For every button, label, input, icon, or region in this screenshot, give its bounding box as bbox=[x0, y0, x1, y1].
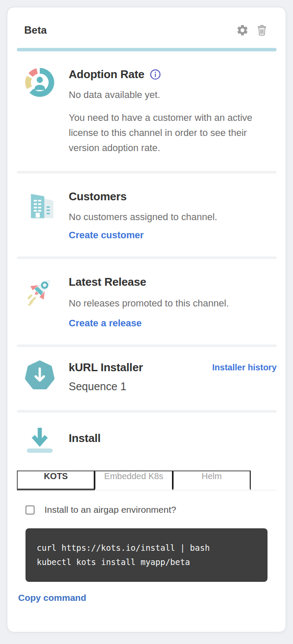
info-icon[interactable] bbox=[150, 69, 161, 80]
copy-command-link[interactable]: Copy command bbox=[18, 593, 86, 603]
section-kurl-installer: kURL Installer Sequence 1 Installer hist… bbox=[17, 347, 277, 410]
code-line: curl https://kots.io/install | bash bbox=[37, 541, 259, 555]
airgap-option-row: Install to an airgap environment? bbox=[17, 505, 277, 515]
customers-title: Customers bbox=[69, 190, 277, 203]
tab-embedded-k8s[interactable]: Embedded K8s bbox=[95, 470, 172, 490]
channel-settings-button[interactable] bbox=[236, 24, 249, 37]
kurl-installer-title: kURL Installer bbox=[69, 361, 212, 374]
gear-icon bbox=[236, 24, 249, 37]
section-install: Install bbox=[17, 413, 277, 458]
tab-kots[interactable]: KOTS bbox=[17, 470, 95, 490]
latest-release-title: Latest Release bbox=[69, 275, 277, 289]
airgap-checkbox[interactable] bbox=[25, 505, 35, 515]
customers-status-text: No customers assigned to channel. bbox=[69, 209, 277, 224]
buildings-icon bbox=[24, 189, 55, 220]
airgap-checkbox-label: Install to an airgap environment? bbox=[45, 505, 176, 515]
adoption-donut-user-icon bbox=[24, 67, 55, 98]
heptagon-download-icon bbox=[24, 360, 55, 391]
release-status-text: No releases promoted to this channel. bbox=[69, 296, 277, 311]
adoption-rate-title: Adoption Rate bbox=[69, 68, 144, 81]
header-actions bbox=[236, 24, 268, 37]
installer-sequence-text: Sequence 1 bbox=[69, 380, 212, 393]
create-release-link[interactable]: Create a release bbox=[69, 318, 142, 329]
channel-card-header: Beta bbox=[17, 23, 277, 37]
channel-card: Beta bbox=[7, 7, 286, 632]
adoption-description-text: You need to have a customer with an acti… bbox=[69, 110, 264, 155]
section-customers: Customers No customers assigned to chann… bbox=[17, 174, 277, 256]
adoption-status-text: No data available yet. bbox=[69, 87, 277, 102]
channel-title: Beta bbox=[24, 24, 47, 36]
section-latest-release: Latest Release No releases promoted to t… bbox=[17, 259, 277, 344]
create-customer-link[interactable]: Create customer bbox=[69, 230, 144, 241]
trash-icon bbox=[256, 24, 268, 37]
channel-delete-button[interactable] bbox=[256, 24, 268, 37]
channel-accent-rule bbox=[17, 48, 277, 51]
code-line: kubectl kots install myapp/beta bbox=[37, 555, 259, 569]
section-adoption-rate: Adoption Rate No data available yet. You… bbox=[17, 51, 277, 171]
tab-helm[interactable]: Helm bbox=[173, 470, 251, 490]
install-method-tabs: KOTS Embedded K8s Helm bbox=[17, 470, 277, 490]
installer-history-link[interactable]: Installer history bbox=[212, 363, 277, 373]
download-arrow-icon bbox=[24, 425, 55, 456]
rocket-icon bbox=[24, 275, 55, 306]
install-title: Install bbox=[69, 432, 277, 445]
install-command-code-block: curl https://kots.io/install | bash kube… bbox=[25, 528, 268, 582]
